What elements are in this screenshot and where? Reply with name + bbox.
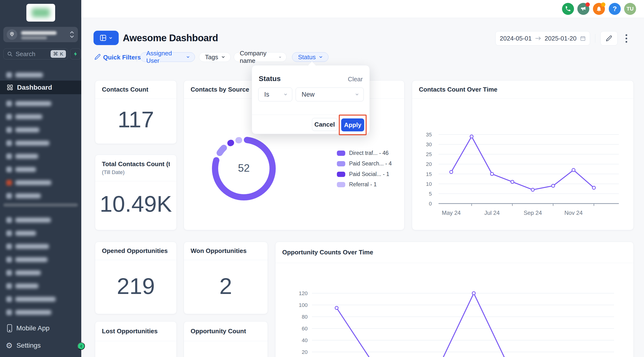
filter-chip-tags[interactable]: Tags — [199, 52, 231, 62]
operator-select[interactable]: Is — [258, 88, 292, 102]
redacted-label — [15, 257, 48, 262]
chevron-down-icon — [278, 56, 282, 59]
sidebar-item-redacted[interactable] — [0, 215, 81, 225]
calendar-icon — [580, 36, 586, 41]
legend-item[interactable]: Paid Search... - 4 — [337, 160, 392, 167]
quick-filters-label[interactable]: Quick Filters — [103, 54, 141, 61]
cancel-button[interactable]: Cancel — [312, 118, 337, 131]
legend-label: Referral - 1 — [349, 181, 377, 188]
sidebar-item-redacted[interactable] — [0, 268, 81, 278]
legend-label: Direct traf... - 46 — [349, 150, 389, 156]
legend-item[interactable]: Direct traf... - 46 — [337, 150, 389, 156]
sidebar-collapse-button[interactable] — [78, 342, 85, 350]
sidebar-item-settings[interactable]: ⚙ Settings — [0, 340, 81, 351]
lightning-bolt-icon — [73, 51, 78, 56]
sidebar-item-redacted[interactable] — [0, 281, 81, 291]
svg-text:120: 120 — [299, 290, 308, 296]
quick-actions-button[interactable] — [70, 48, 81, 60]
sidebar-item-redacted[interactable] — [0, 165, 81, 174]
clear-link[interactable]: Clear — [348, 76, 363, 83]
filter-chip-status[interactable]: Status — [292, 52, 328, 62]
legend-label: Paid Search... - 4 — [349, 160, 392, 167]
sidebar-item-redacted[interactable] — [0, 70, 81, 80]
card-title: Contacts Count — [102, 86, 170, 93]
sidebar-item-redacted[interactable] — [0, 125, 81, 135]
workspace-subtitle-redacted — [21, 36, 47, 39]
redacted-label — [15, 231, 36, 236]
redacted-icon — [6, 72, 12, 78]
redacted-icon — [6, 296, 12, 302]
sidebar-item-label: Settings — [16, 342, 41, 349]
chip-label: Assigned User — [146, 50, 183, 64]
sidebar-item-redacted[interactable] — [0, 228, 81, 238]
sidebar-item-redacted[interactable] — [0, 308, 81, 317]
legend-swatch — [337, 150, 345, 156]
legend-swatch — [337, 172, 345, 177]
chevron-down-icon — [221, 55, 226, 59]
search-input[interactable]: Search ⌘ K — [3, 48, 68, 60]
phone-button[interactable] — [562, 3, 574, 15]
sidebar-item-mobile-app[interactable]: Mobile App — [0, 323, 81, 334]
redacted-label — [15, 141, 50, 146]
card-opportunity-counts-over-time: Opportunity Counts Over Time 20406080100… — [275, 242, 634, 357]
sidebar-item-redacted[interactable] — [0, 294, 81, 304]
phone-icon — [565, 6, 571, 12]
redacted-label — [15, 218, 51, 222]
chevron-left-icon — [79, 344, 83, 348]
redacted-label — [15, 297, 56, 302]
sidebar-item-redacted[interactable] — [0, 152, 81, 161]
dashboard-switcher-button[interactable] — [94, 31, 119, 45]
filter-chip-assigned-user[interactable]: Assigned User — [140, 52, 195, 62]
card-won-opportunities: Won Opportunities 2 — [184, 242, 268, 314]
redacted-icon — [6, 217, 12, 223]
redacted-icon — [6, 114, 12, 120]
header-divider — [595, 34, 595, 43]
legend-swatch — [337, 182, 345, 187]
card-opportunity-count: Opportunity Count — [184, 321, 268, 357]
sidebar-item-redacted[interactable] — [0, 242, 81, 251]
app-logo[interactable] — [26, 4, 55, 22]
card-title: Total Contacts Count (ti — [102, 160, 170, 168]
search-icon — [7, 51, 13, 57]
sidebar-section-divider — [3, 203, 78, 207]
logo-image-redacted — [32, 8, 50, 17]
avatar[interactable]: TU — [624, 3, 636, 15]
date-range-picker[interactable]: 2024-05-01 2025-01-20 — [495, 31, 590, 46]
select-value: Is — [264, 91, 269, 98]
svg-text:20: 20 — [426, 161, 432, 167]
gear-icon: ⚙ — [6, 342, 13, 349]
sidebar-item-dashboard[interactable]: Dashboard — [0, 80, 81, 94]
chevron-down-icon — [319, 55, 323, 59]
workspace-selector[interactable] — [3, 27, 78, 42]
notifications-button[interactable] — [593, 3, 605, 15]
svg-text:80: 80 — [302, 314, 308, 320]
apply-button[interactable]: Apply — [341, 118, 364, 132]
redacted-icon — [6, 167, 12, 172]
sidebar-item-redacted[interactable] — [0, 99, 81, 108]
redacted-icon — [6, 180, 12, 186]
keyboard-shortcut-badge: ⌘ K — [50, 50, 66, 58]
redacted-label — [15, 180, 51, 185]
svg-text:35: 35 — [426, 132, 432, 138]
card-title: Opportunity Count — [190, 328, 261, 335]
sidebar-item-redacted[interactable] — [0, 191, 81, 201]
value-select[interactable]: New — [296, 88, 364, 102]
sidebar-item-redacted[interactable] — [0, 255, 81, 264]
help-button[interactable]: ? — [609, 3, 621, 15]
more-options-button[interactable] — [623, 32, 630, 44]
svg-text:25: 25 — [426, 151, 432, 157]
card-lost-opportunities: Lost Opportunities — [95, 321, 177, 357]
legend-item[interactable]: Paid Social... - 1 — [337, 171, 389, 178]
announcements-button[interactable] — [577, 3, 589, 15]
chip-label: Tags — [205, 54, 218, 61]
bell-icon — [596, 6, 602, 12]
sidebar-item-redacted[interactable] — [0, 138, 81, 148]
sidebar-item-redacted[interactable] — [0, 112, 81, 122]
popup-caret — [308, 62, 316, 70]
legend-item[interactable]: Referral - 1 — [337, 181, 377, 188]
sidebar-item-redacted[interactable] — [0, 178, 81, 188]
filter-chip-company-name[interactable]: Company name — [234, 52, 286, 62]
redacted-icon — [6, 230, 12, 236]
card-title: Opened Opportunities — [102, 247, 170, 254]
edit-dashboard-button[interactable] — [600, 31, 618, 46]
